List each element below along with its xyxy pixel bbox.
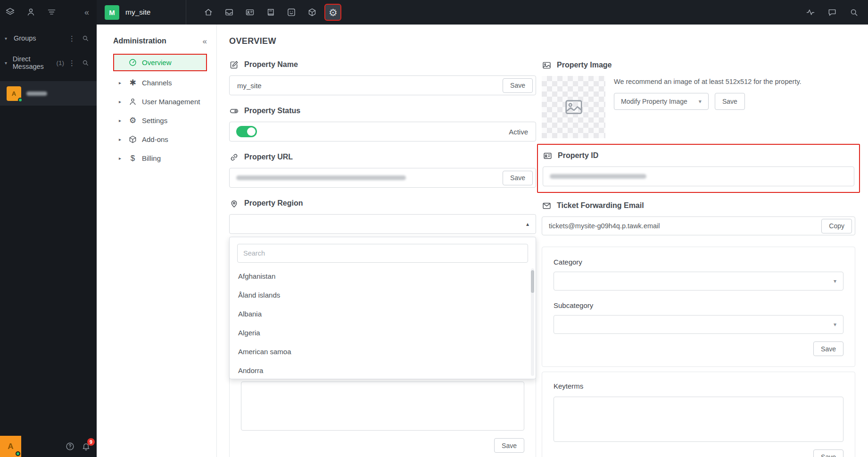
rail-collapse-icon[interactable]: « xyxy=(84,8,89,17)
property-status-toggle[interactable] xyxy=(236,126,257,137)
direct-messages-header: ▾ Direct Messages (1) ⋮ xyxy=(0,56,97,70)
modify-property-image-dropdown[interactable]: Modify Property Image ▾ xyxy=(614,93,709,110)
property-name-input[interactable] xyxy=(236,81,503,90)
nav-knowledge-base-button[interactable] xyxy=(262,4,279,21)
property-status-header: Property Status xyxy=(229,106,536,116)
dm-caret-icon[interactable]: ▾ xyxy=(5,60,8,66)
caret-down-icon: ▾ xyxy=(834,322,836,327)
property-id-field[interactable] xyxy=(543,166,854,186)
sidebar-item-settings[interactable]: ▸ ⚙ Settings xyxy=(113,111,207,130)
filter-icon[interactable] xyxy=(47,7,57,17)
rail-toolbar: « xyxy=(0,0,97,17)
nav-inbox-button[interactable] xyxy=(221,4,238,21)
groups-kebab-icon[interactable]: ⋮ xyxy=(68,35,75,42)
sidebar-item-label: Billing xyxy=(142,154,161,162)
ticket-email-header: Ticket Forwarding Email xyxy=(542,200,855,211)
sidebar-item-add-ons[interactable]: ▸ Add-ons xyxy=(113,130,207,149)
property-image-placeholder xyxy=(542,76,605,138)
site-name: my_site xyxy=(125,8,150,17)
dm-list-item[interactable]: A xyxy=(0,81,97,106)
sidebar-item-label: Settings xyxy=(142,116,167,125)
description-textarea[interactable] xyxy=(241,382,524,431)
property-url-redacted xyxy=(236,175,406,180)
property-image-hint: We recommend an image of at least 512x51… xyxy=(614,78,855,85)
main-content: OVERVIEW Property Name Save Property Sta… xyxy=(217,25,868,457)
topbar-nav: ⚙ xyxy=(200,4,341,21)
sidebar-item-label: Channels xyxy=(142,79,172,87)
property-url-save-button[interactable]: Save xyxy=(503,171,533,185)
ticket-email-label: Ticket Forwarding Email xyxy=(557,200,644,211)
dm-search-icon[interactable] xyxy=(82,59,89,66)
property-id-label: Property ID xyxy=(558,150,598,161)
layers-icon[interactable] xyxy=(5,7,15,17)
groups-search-icon[interactable] xyxy=(82,34,89,42)
package-icon xyxy=(128,135,137,144)
region-option-list: Afghanistan Åland islands Albania Algeri… xyxy=(237,266,528,379)
gear-icon: ⚙ xyxy=(329,8,338,17)
property-logo[interactable]: M xyxy=(105,5,119,20)
presence-dot xyxy=(18,98,23,102)
groups-caret-icon[interactable]: ▾ xyxy=(5,36,9,41)
nav-home-button[interactable] xyxy=(200,4,217,21)
user-avatar-letter: A xyxy=(8,442,13,451)
classification-card: Category ▾ Subcategory ▾ Save xyxy=(542,247,855,367)
property-image-label: Property Image xyxy=(557,60,612,70)
category-select[interactable]: ▾ xyxy=(554,272,843,291)
overview-right-column: Property Image We recommend an image of … xyxy=(542,36,855,457)
region-search-input[interactable] xyxy=(237,244,528,263)
nav-settings-button[interactable]: ⚙ xyxy=(324,4,341,21)
sidebar-item-channels[interactable]: ▸ ✱ Channels xyxy=(113,73,207,92)
smiley-icon xyxy=(287,8,296,17)
people-icon[interactable] xyxy=(26,7,36,17)
sidebar-item-label: User Management xyxy=(142,98,200,106)
gear-icon: ⚙ xyxy=(128,116,137,125)
property-region-label: Property Region xyxy=(244,198,303,208)
property-image-save-button[interactable]: Save xyxy=(715,93,745,110)
region-option[interactable]: Åland islands xyxy=(237,285,528,304)
search-icon[interactable] xyxy=(849,8,859,17)
ticket-email-copy-button[interactable]: Copy xyxy=(821,219,852,233)
sidebar-item-user-management[interactable]: ▸ User Management xyxy=(113,92,207,111)
image-icon xyxy=(542,60,552,70)
region-option[interactable]: Albania xyxy=(237,304,528,323)
property-image-section: We recommend an image of at least 512x51… xyxy=(542,76,855,138)
keyterms-label: Keyterms xyxy=(554,382,843,391)
region-option[interactable]: Afghanistan xyxy=(237,266,528,285)
groups-header: ▾ Groups ⋮ xyxy=(0,31,97,45)
property-url-row[interactable]: Save xyxy=(229,168,536,188)
notifications-button[interactable]: 9 xyxy=(81,441,91,451)
property-region-select[interactable]: ▴ xyxy=(229,214,536,234)
region-option[interactable]: American samoa xyxy=(237,342,528,361)
dollar-icon: $ xyxy=(128,154,137,162)
activity-icon[interactable] xyxy=(806,8,815,17)
sidebar-item-billing[interactable]: ▸ $ Billing xyxy=(113,149,207,167)
property-name-label: Property Name xyxy=(244,59,298,70)
nav-apps-button[interactable] xyxy=(304,4,321,21)
book-icon xyxy=(266,8,275,17)
help-icon[interactable] xyxy=(65,441,75,451)
property-status-label: Property Status xyxy=(244,106,300,116)
chat-bubble-icon[interactable] xyxy=(827,8,837,17)
keyterms-save-button[interactable]: Save xyxy=(813,449,843,457)
region-option[interactable]: Algeria xyxy=(237,323,528,342)
user-avatar[interactable]: A xyxy=(0,436,21,457)
scrollbar-thumb[interactable] xyxy=(531,270,534,293)
description-save-button[interactable]: Save xyxy=(494,438,524,453)
nav-contacts-button[interactable] xyxy=(241,4,258,21)
ticket-email-row: tickets@mysite-g09h4q.p.tawk.email Copy xyxy=(542,216,855,235)
inbox-icon xyxy=(224,8,234,17)
sidebar-item-overview[interactable]: Overview xyxy=(113,54,207,71)
left-rail: « ▾ Groups ⋮ ▾ Direct Messages (1) ⋮ A A xyxy=(0,0,97,457)
subcategory-select[interactable]: ▾ xyxy=(554,315,843,334)
nav-chat-pages-button[interactable] xyxy=(283,4,300,21)
dm-kebab-icon[interactable]: ⋮ xyxy=(68,59,75,66)
person-icon xyxy=(128,97,137,106)
link-icon xyxy=(229,152,239,162)
property-id-section-annotated: Property ID xyxy=(537,144,860,193)
property-name-save-button[interactable]: Save xyxy=(503,78,533,93)
keyterms-textarea[interactable] xyxy=(554,397,843,442)
region-option[interactable]: Andorra xyxy=(237,361,528,379)
caret-down-icon: ▾ xyxy=(834,278,836,284)
classification-save-button[interactable]: Save xyxy=(813,341,843,356)
admin-collapse-icon[interactable]: « xyxy=(203,37,207,45)
